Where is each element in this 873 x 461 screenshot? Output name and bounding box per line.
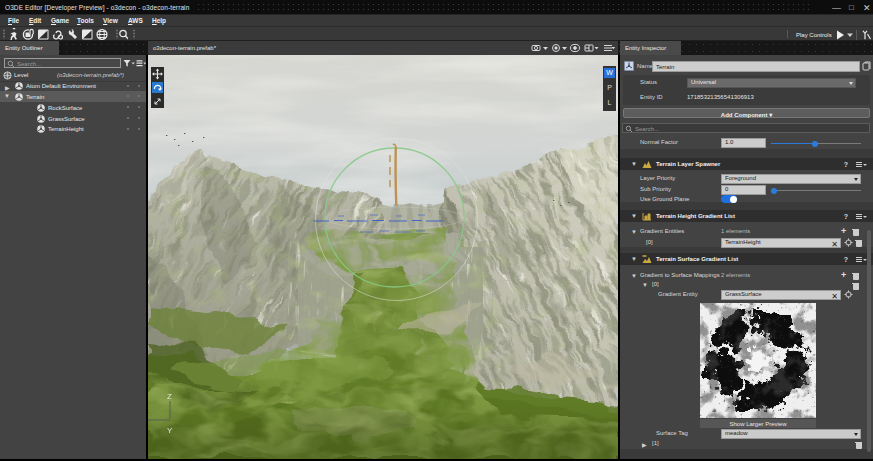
- svg-text:Z: Z: [167, 392, 172, 401]
- svg-text:Y: Y: [167, 426, 173, 435]
